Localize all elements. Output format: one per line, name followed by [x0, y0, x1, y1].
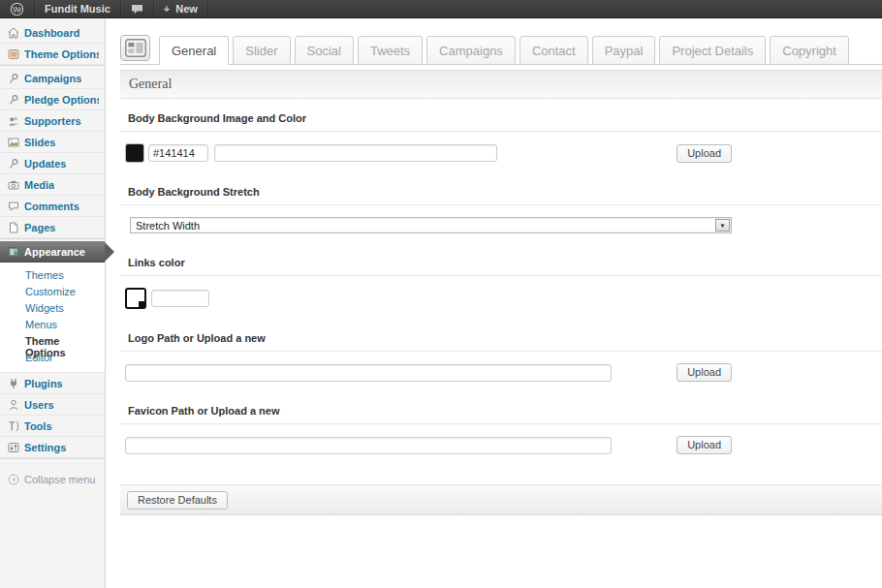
- field-label: Favicon Path or Upload a new: [120, 405, 882, 423]
- sidebar-item-users[interactable]: Users: [0, 394, 105, 416]
- site-name-menu[interactable]: Fundit Music: [35, 0, 121, 17]
- upload-button[interactable]: Upload: [677, 363, 732, 382]
- sidebar-item-pages[interactable]: Pages: [0, 217, 105, 238]
- menu-separator: [0, 458, 105, 461]
- admin-sidebar: Dashboard Theme Options Campaigns Pledge…: [0, 18, 106, 588]
- submenu-item-widgets[interactable]: Widgets: [0, 300, 105, 317]
- submenu-item-customize[interactable]: Customize: [0, 284, 105, 300]
- selected-option: Stretch Width: [131, 220, 715, 232]
- sidebar-item-updates[interactable]: Updates: [0, 153, 105, 174]
- body-bg-color-input[interactable]: [148, 144, 208, 162]
- sidebar-item-comments[interactable]: Comments: [0, 196, 105, 217]
- field-body-background: Body Background Image and Color Upload: [120, 99, 882, 163]
- field-links-color: Links color: [120, 243, 882, 309]
- body-bg-image-input[interactable]: [214, 144, 497, 162]
- field-label: Body Background Stretch: [120, 186, 882, 204]
- camera-icon: [7, 179, 19, 191]
- field-logo-path: Logo Path or Upload a new Upload: [120, 319, 882, 382]
- body-background-stretch-select[interactable]: Stretch Width ▼: [130, 217, 732, 233]
- tab-contact[interactable]: Contact: [520, 36, 588, 65]
- submenu-item-menus[interactable]: Menus: [0, 317, 105, 333]
- pin-icon: [7, 73, 19, 84]
- tab-project-details[interactable]: Project Details: [659, 36, 766, 65]
- pin-icon: [7, 94, 19, 106]
- sidebar-item-campaigns[interactable]: Campaigns: [0, 68, 105, 89]
- collapse-menu-button[interactable]: Collapse menu: [0, 469, 105, 490]
- theme-options-page-icon: [120, 35, 150, 61]
- plus-icon: +: [164, 3, 170, 15]
- sidebar-item-dashboard[interactable]: Dashboard: [0, 22, 105, 44]
- appearance-submenu: Themes Customize Widgets Menus Theme Opt…: [0, 263, 105, 373]
- tab-tweets[interactable]: Tweets: [358, 36, 423, 65]
- sidebar-item-appearance[interactable]: Appearance: [0, 241, 105, 263]
- comments-bubble-menu[interactable]: [121, 0, 154, 17]
- body-bg-color-swatch[interactable]: [125, 143, 144, 163]
- wordpress-logo-icon: [10, 2, 24, 16]
- sidebar-item-theme-options[interactable]: Theme Options: [0, 44, 105, 65]
- restore-defaults-button[interactable]: Restore Defaults: [127, 491, 228, 510]
- tab-campaigns[interactable]: Campaigns: [426, 36, 516, 65]
- tab-general[interactable]: General: [159, 36, 229, 65]
- sidebar-item-settings[interactable]: Settings: [0, 437, 105, 458]
- divider: [120, 131, 882, 132]
- links-color-swatch[interactable]: [125, 288, 146, 309]
- field-body-background-stretch: Body Background Stretch Stretch Width ▼: [120, 172, 882, 233]
- comment-bubble-icon: [131, 4, 143, 15]
- favicon-path-input[interactable]: [125, 437, 612, 454]
- field-favicon-path: Favicon Path or Upload a new Upload: [120, 391, 882, 454]
- sidebar-item-supporters[interactable]: Supporters: [0, 110, 105, 132]
- field-label: Body Background Image and Color: [120, 112, 882, 131]
- divider: [120, 204, 882, 205]
- links-color-input[interactable]: [151, 290, 209, 307]
- collapse-arrow-icon: [7, 474, 19, 485]
- divider: [120, 275, 882, 276]
- tab-paypal[interactable]: Paypal: [592, 36, 656, 65]
- page-icon: [7, 222, 19, 233]
- picture-icon: [7, 48, 19, 60]
- panel-footer: Restore Defaults: [120, 484, 882, 515]
- dropdown-arrow-icon: ▼: [715, 219, 730, 232]
- divider: [120, 423, 882, 424]
- sidebar-item-tools[interactable]: Tools: [0, 416, 105, 437]
- sidebar-item-pledge-options[interactable]: Pledge Options: [0, 89, 105, 110]
- submenu-item-theme-options[interactable]: Theme Options: [0, 333, 105, 350]
- content-area: General Slider Social Tweets Campaigns C…: [106, 18, 882, 588]
- wordpress-logo[interactable]: [0, 0, 35, 17]
- tab-social[interactable]: Social: [295, 36, 354, 65]
- appearance-icon: [7, 246, 19, 258]
- people-icon: [7, 115, 19, 127]
- pin-icon: [7, 158, 19, 170]
- general-settings-panel: General Body Background Image and Color …: [120, 70, 882, 515]
- house-icon: [7, 27, 19, 39]
- divider: [120, 351, 882, 352]
- field-label: Logo Path or Upload a new: [120, 332, 882, 351]
- upload-button[interactable]: Upload: [677, 436, 732, 454]
- tabs-row: General Slider Social Tweets Campaigns C…: [120, 18, 882, 65]
- new-content-menu[interactable]: + New: [154, 0, 208, 17]
- logo-path-input[interactable]: [125, 364, 612, 382]
- plug-icon: [7, 378, 19, 389]
- admin-bar: Fundit Music + New: [0, 0, 882, 18]
- submenu-item-themes[interactable]: Themes: [0, 267, 105, 284]
- submenu-item-editor[interactable]: Editor: [0, 350, 105, 366]
- tab-slider[interactable]: Slider: [233, 36, 290, 65]
- settings-icon: [7, 442, 19, 453]
- sidebar-item-plugins[interactable]: Plugins: [0, 373, 105, 394]
- upload-button[interactable]: Upload: [677, 144, 732, 163]
- sidebar-item-slides[interactable]: Slides: [0, 132, 105, 153]
- tab-copyright[interactable]: Copyright: [770, 36, 849, 65]
- new-label: New: [175, 3, 198, 15]
- comment-icon: [7, 201, 19, 212]
- tools-icon: [7, 420, 19, 432]
- sidebar-item-media[interactable]: Media: [0, 174, 105, 196]
- user-icon: [7, 399, 19, 411]
- field-label: Links color: [120, 257, 882, 275]
- image-icon: [7, 137, 19, 148]
- section-title: General: [120, 70, 882, 99]
